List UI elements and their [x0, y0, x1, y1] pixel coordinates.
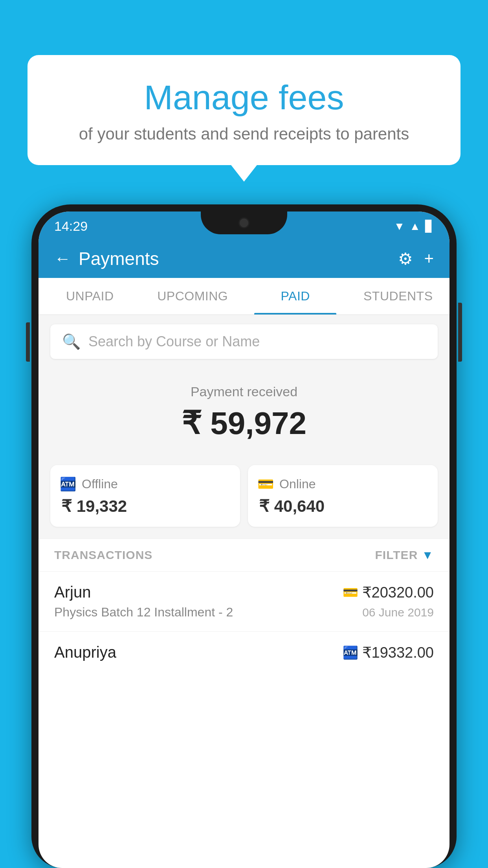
online-card-header: 💳 Online: [257, 476, 316, 492]
search-container: 🔍 Search by Course or Name: [39, 315, 449, 368]
tab-paid[interactable]: PAID: [244, 278, 347, 314]
payment-cards: 🏧 Offline ₹ 19,332 💳 Online ₹ 40,640: [39, 465, 449, 539]
app-header: ← Payments ⚙ +: [39, 239, 449, 278]
phone-frame: 14:29 ▼ ▲ ▊ ← Payments ⚙ +: [31, 204, 457, 868]
back-button[interactable]: ←: [54, 249, 71, 268]
phone-side-button-left: [26, 322, 30, 362]
payment-summary: Payment received ₹ 59,972: [39, 368, 449, 465]
transaction-row-top: Arjun 💳 ₹20320.00: [54, 583, 434, 601]
card-payment-icon: 💳: [343, 585, 358, 600]
phone-outer: 14:29 ▼ ▲ ▊ ← Payments ⚙ +: [31, 204, 457, 868]
transaction-amount: 💳 ₹20320.00: [343, 584, 434, 601]
filter-label: FILTER: [375, 548, 418, 562]
header-title: Payments: [79, 248, 159, 269]
search-placeholder: Search by Course or Name: [88, 333, 260, 350]
transaction-name: Arjun: [54, 583, 91, 601]
header-right: ⚙ +: [398, 249, 434, 268]
online-amount: ₹ 40,640: [257, 497, 325, 516]
offline-card-header: 🏧 Offline: [60, 476, 118, 492]
phone-screen: 14:29 ▼ ▲ ▊ ← Payments ⚙ +: [39, 211, 449, 868]
cash-icon: 🏧: [60, 476, 76, 492]
offline-label: Offline: [82, 477, 118, 491]
phone-notch: [201, 211, 287, 234]
transactions-label: TRANSACTIONS: [54, 548, 152, 562]
wifi-icon: ▼: [394, 220, 405, 233]
battery-icon: ▊: [425, 220, 434, 233]
offline-card: 🏧 Offline ₹ 19,332: [50, 465, 240, 527]
card-icon: 💳: [257, 476, 274, 492]
payment-received-label: Payment received: [50, 384, 438, 399]
cash-payment-icon: 🏧: [343, 645, 358, 660]
settings-icon[interactable]: ⚙: [398, 249, 413, 268]
transactions-header: TRANSACTIONS FILTER ▼: [39, 539, 449, 571]
online-card: 💳 Online ₹ 40,640: [248, 465, 438, 527]
speech-bubble-container: Manage fees of your students and send re…: [28, 55, 460, 165]
phone-side-button-right: [458, 303, 462, 362]
speech-bubble-title: Manage fees: [51, 79, 437, 117]
status-icons: ▼ ▲ ▊: [394, 220, 434, 233]
tab-students[interactable]: STUDENTS: [347, 278, 450, 314]
phone-camera: [238, 217, 250, 228]
online-label: Online: [279, 477, 316, 491]
signal-icon: ▲: [409, 220, 420, 233]
add-icon[interactable]: +: [424, 249, 434, 268]
tabs-container: UNPAID UPCOMING PAID STUDENTS: [39, 278, 449, 315]
header-left: ← Payments: [54, 248, 159, 269]
payment-total-amount: ₹ 59,972: [50, 405, 438, 441]
search-bar[interactable]: 🔍 Search by Course or Name: [50, 324, 438, 359]
filter-button[interactable]: FILTER ▼: [375, 548, 434, 562]
transaction-course: Physics Batch 12 Installment - 2: [54, 605, 233, 620]
transaction-amount: 🏧 ₹19332.00: [343, 644, 434, 661]
transaction-row-top: Anupriya 🏧 ₹19332.00: [54, 644, 434, 661]
table-row[interactable]: Anupriya 🏧 ₹19332.00: [39, 631, 449, 677]
search-icon: 🔍: [62, 333, 81, 350]
tab-unpaid[interactable]: UNPAID: [39, 278, 141, 314]
speech-bubble: Manage fees of your students and send re…: [28, 55, 460, 165]
table-row[interactable]: Arjun 💳 ₹20320.00 Physics Batch 12 Insta…: [39, 571, 449, 631]
transaction-date: 06 June 2019: [362, 606, 434, 619]
transaction-name: Anupriya: [54, 644, 116, 661]
status-time: 14:29: [54, 219, 88, 234]
transaction-row-bottom: Physics Batch 12 Installment - 2 06 June…: [54, 605, 434, 620]
tab-upcoming[interactable]: UPCOMING: [141, 278, 244, 314]
offline-amount: ₹ 19,332: [60, 497, 127, 516]
speech-bubble-subtitle: of your students and send receipts to pa…: [51, 125, 437, 143]
filter-icon: ▼: [422, 548, 434, 562]
